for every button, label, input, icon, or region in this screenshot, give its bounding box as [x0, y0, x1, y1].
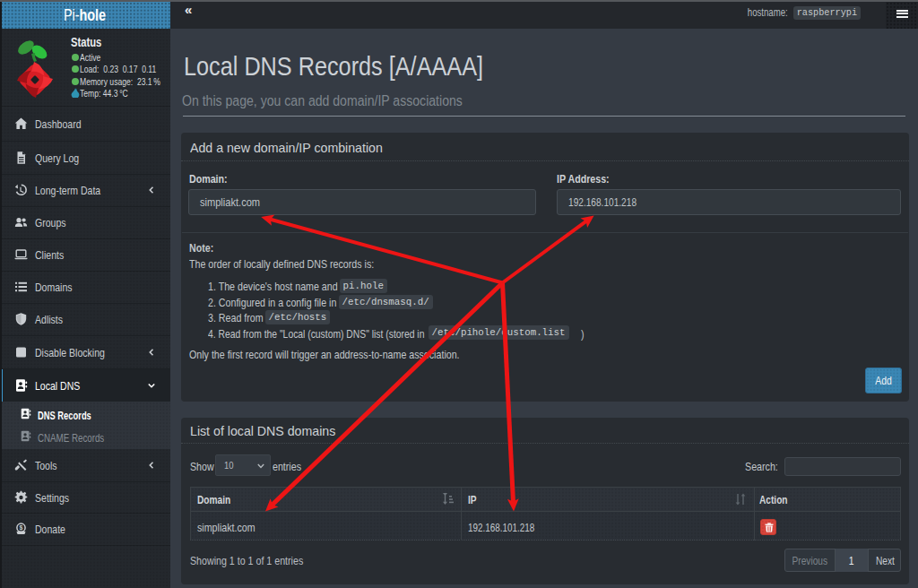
svg-text:$: $	[20, 524, 23, 532]
